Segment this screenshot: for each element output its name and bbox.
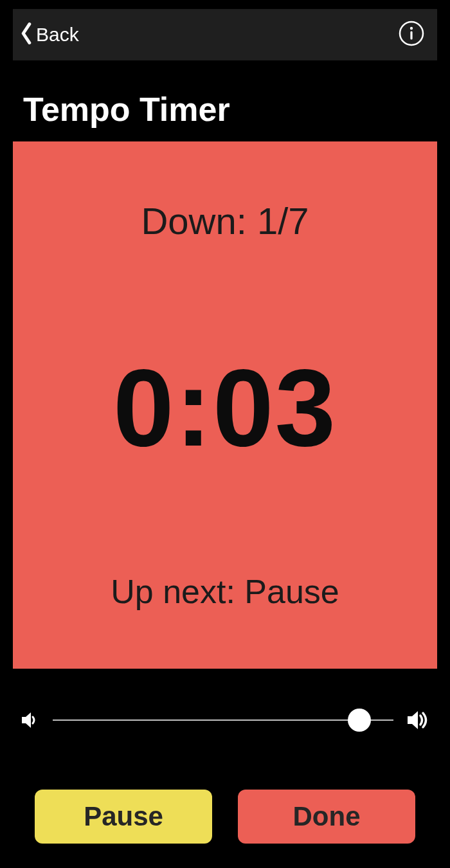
info-button[interactable] <box>397 21 426 49</box>
svg-rect-2 <box>410 32 412 40</box>
back-label: Back <box>36 24 79 46</box>
back-button[interactable]: Back <box>19 23 79 47</box>
volume-high-icon <box>405 707 431 733</box>
slider-track <box>53 719 393 721</box>
time-display: 0:03 <box>113 345 337 471</box>
slider-thumb[interactable] <box>348 709 371 732</box>
timer-card: Down: 1/7 0:03 Up next: Pause <box>13 141 437 669</box>
info-icon <box>399 21 424 49</box>
svg-point-1 <box>410 27 413 30</box>
pause-button[interactable]: Pause <box>35 790 212 844</box>
top-bar: Back <box>13 9 437 60</box>
phase-label: Down: 1/7 <box>141 199 309 242</box>
done-button[interactable]: Done <box>238 790 415 844</box>
chevron-left-icon <box>19 23 33 47</box>
volume-low-icon <box>19 709 41 731</box>
button-row: Pause Done <box>35 790 415 844</box>
done-button-label: Done <box>293 801 361 832</box>
upnext-label: Up next: Pause <box>111 572 339 611</box>
pause-button-label: Pause <box>84 801 163 832</box>
volume-slider[interactable] <box>53 707 393 733</box>
page-title: Tempo Timer <box>23 90 230 129</box>
volume-row <box>19 701 431 739</box>
